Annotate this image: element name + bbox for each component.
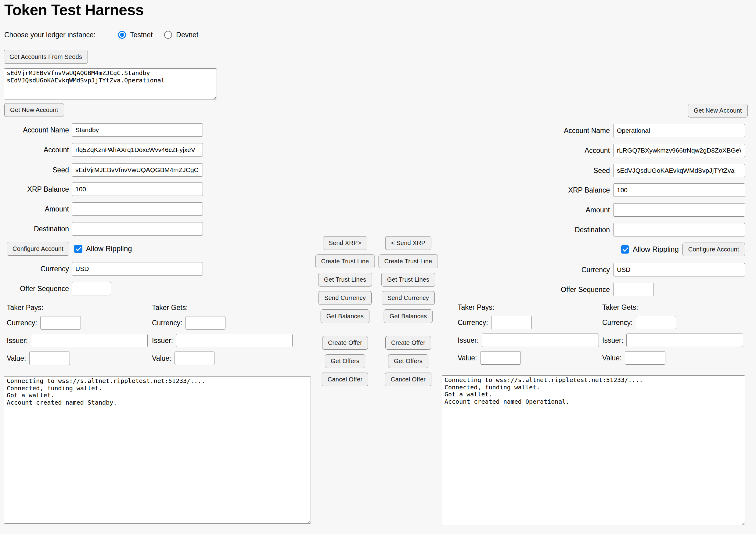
operational-taker-gets-currency-input[interactable] [636,316,676,329]
operational-taker-pays-value-input[interactable] [480,351,521,365]
standby-send-currency-button[interactable]: Send Currency [318,291,372,305]
operational-account-input[interactable] [613,144,745,157]
taker-gets-issuer-label: Issuer: [602,336,623,345]
seed-label: Seed [478,167,610,175]
standby-taker-gets-currency-input[interactable] [185,316,226,329]
operational-get-new-account-button[interactable]: Get New Account [688,104,748,118]
operational-currency-input[interactable] [613,263,745,276]
ledger-instance-label: Choose your ledger instance: [4,31,95,39]
standby-seed-row: Seed [0,163,203,177]
operational-taker-pays-issuer-input[interactable] [482,333,599,347]
operational-destination-row: Destination [478,223,745,237]
standby-get-trust-lines-button[interactable]: Get Trust Lines [318,273,372,287]
operational-allow-rippling-label[interactable]: Allow Rippling [633,245,679,254]
standby-account-input[interactable] [72,143,203,156]
taker-gets-value-label: Value: [152,354,172,362]
taker-pays-issuer-label: Issuer: [7,337,28,345]
standby-taker-gets-value-input[interactable] [175,351,214,365]
standby-destination-row: Destination [0,222,203,236]
standby-amount-input[interactable] [72,202,203,216]
operational-create-trust-line-button[interactable]: Create Trust Line [379,255,438,268]
operational-taker-gets-value-input[interactable] [625,351,665,365]
taker-pays-value-label: Value: [7,354,26,362]
get-accounts-from-seeds-button[interactable]: Get Accounts From Seeds [4,50,88,64]
standby-allow-rippling-checkbox[interactable] [74,245,82,253]
standby-offer-sequence-row: Offer Sequence [0,282,111,296]
taker-gets-value-label: Value: [602,354,622,362]
operational-amount-row: Amount [478,203,745,217]
standby-allow-rippling-label[interactable]: Allow Rippling [86,244,132,253]
account-name-label: Account Name [478,126,610,135]
taker-gets-currency-label: Currency: [602,319,633,327]
testnet-radio-label[interactable]: Testnet [130,31,152,39]
standby-account-row: Account [0,143,203,157]
seeds-textarea[interactable] [4,68,217,99]
amount-label: Amount [0,205,69,213]
operational-get-balances-button[interactable]: Get Balances [384,309,433,323]
operational-taker-gets-issuer-input[interactable] [626,333,743,347]
devnet-radio-label[interactable]: Devnet [176,31,198,39]
standby-xrp-balance-row: XRP Balance [0,182,203,196]
standby-account-name-input[interactable] [72,123,203,137]
standby-cancel-offer-button[interactable]: Cancel Offer [322,373,368,386]
operational-allow-rippling-checkbox[interactable] [621,245,629,254]
standby-taker-pays-value-input[interactable] [29,351,70,365]
operational-results-log[interactable] [442,375,745,525]
operational-seed-input[interactable] [613,164,745,177]
standby-seed-input[interactable] [72,163,203,177]
xrp-balance-label: XRP Balance [0,185,69,193]
operational-account-name-row: Account Name [478,124,745,138]
standby-taker-gets-issuer-input[interactable] [176,334,293,347]
standby-configure-row: Configure Account Allow Rippling [7,241,132,256]
standby-create-trust-line-button[interactable]: Create Trust Line [315,255,375,268]
standby-create-offer-button[interactable]: Create Offer [322,336,368,350]
taker-pays-value-label: Value: [458,354,477,362]
standby-taker-pays-currency-input[interactable] [40,316,81,329]
operational-destination-input[interactable] [613,223,745,237]
taker-gets-currency-label: Currency: [152,319,182,327]
operational-create-offer-button[interactable]: Create Offer [385,336,431,350]
xrp-balance-label: XRP Balance [478,186,610,194]
standby-get-balances-button[interactable]: Get Balances [321,309,369,323]
amount-label: Amount [478,206,610,214]
operational-get-offers-button[interactable]: Get Offers [388,354,428,368]
operational-send-xrp-button[interactable]: < Send XRP [385,236,431,250]
testnet-radio[interactable] [118,31,126,39]
page-title: Token Test Harness [4,1,144,19]
standby-configure-account-button[interactable]: Configure Account [7,242,69,256]
standby-currency-input[interactable] [72,262,203,275]
operational-account-name-input[interactable] [613,124,745,137]
currency-label: Currency [478,266,610,274]
ledger-instance-chooser: Choose your ledger instance: Testnet Dev… [4,29,198,40]
standby-offer-sequence-input[interactable] [72,282,111,295]
operational-taker-pays-currency-input[interactable] [491,316,532,329]
destination-label: Destination [0,225,69,233]
operational-cancel-offer-button[interactable]: Cancel Offer [385,373,431,386]
operational-configure-account-button[interactable]: Configure Account [683,242,745,256]
standby-send-xrp-button[interactable]: Send XRP> [323,236,367,250]
standby-xrp-balance-input[interactable] [72,183,203,196]
operational-get-trust-lines-button[interactable]: Get Trust Lines [381,273,435,287]
account-label: Account [478,147,610,155]
offer-sequence-label: Offer Sequence [478,286,610,294]
token-test-harness-page: Token Test Harness Choose your ledger in… [0,0,756,534]
taker-gets-issuer-label: Issuer: [152,337,173,345]
standby-get-offers-button[interactable]: Get Offers [325,354,365,368]
standby-results-log[interactable] [4,376,311,524]
operational-seed-row: Seed [478,163,745,178]
devnet-radio[interactable] [164,31,172,39]
standby-taker-pays-section: Taker Pays: Currency: Issuer: Value: [7,304,148,365]
seed-label: Seed [0,166,69,174]
operational-offer-sequence-input[interactable] [613,283,654,296]
operational-offer-sequence-row: Offer Sequence [478,283,654,296]
operational-amount-input[interactable] [613,203,745,217]
operational-xrp-balance-input[interactable] [613,183,745,197]
standby-get-new-account-button[interactable]: Get New Account [4,103,64,117]
operational-account-row: Account [478,143,745,157]
destination-label: Destination [478,226,610,234]
taker-gets-header: Taker Gets: [602,303,743,312]
operational-send-currency-button[interactable]: Send Currency [382,291,435,305]
standby-destination-input[interactable] [72,222,203,236]
standby-taker-pays-issuer-input[interactable] [31,334,148,347]
account-name-label: Account Name [0,126,69,134]
